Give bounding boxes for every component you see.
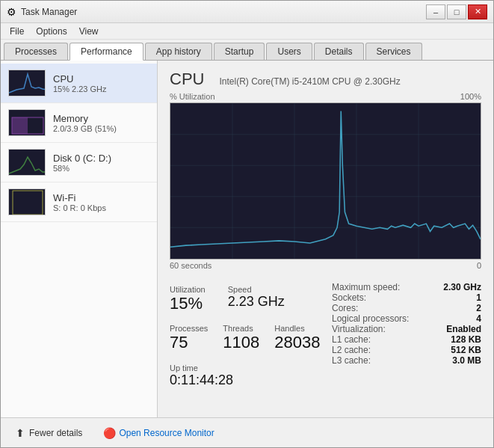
processes-value: 75 bbox=[170, 333, 208, 352]
tab-performance[interactable]: Performance bbox=[70, 43, 143, 61]
svg-rect-7 bbox=[170, 103, 481, 259]
main-panel: CPU Intel(R) Core(TM) i5-2410M CPU @ 2.3… bbox=[158, 61, 493, 417]
utilization-label: Utilization bbox=[170, 285, 206, 294]
tab-details[interactable]: Details bbox=[314, 43, 364, 60]
cpu-value: 15% 2.23 GHz bbox=[53, 85, 107, 93]
tab-startup[interactable]: Startup bbox=[214, 43, 265, 60]
menu-options[interactable]: Options bbox=[30, 25, 72, 38]
l1-value: 128 KB bbox=[451, 334, 481, 345]
task-manager-window: ⚙ Task Manager – □ ✕ File Options View P… bbox=[0, 0, 494, 448]
l1-row: L1 cache: 128 KB bbox=[332, 334, 481, 345]
cpu-header: CPU Intel(R) Core(TM) i5-2410M CPU @ 2.3… bbox=[170, 70, 481, 89]
virt-label: Virtualization: bbox=[332, 324, 386, 334]
max-speed-label: Maximum speed: bbox=[332, 282, 400, 292]
window-title: Task Manager bbox=[21, 7, 77, 17]
disk-value: 58% bbox=[53, 164, 111, 173]
stats-area: Utilization 15% Speed 2.23 GHz Processes… bbox=[170, 282, 481, 391]
sidebar-item-cpu[interactable]: CPU 15% 2.23 GHz bbox=[1, 64, 157, 103]
chart-labels-bottom: 60 seconds 0 bbox=[170, 261, 481, 270]
memory-info: Memory 2.0/3.9 GB (51%) bbox=[53, 113, 117, 133]
uptime-block: Up time 0:11:44:28 bbox=[170, 360, 324, 391]
wifi-value: S: 0 R: 0 Kbps bbox=[53, 203, 106, 212]
main-content: CPU 15% 2.23 GHz Memory 2.0/3.9 GB (51%) bbox=[1, 61, 493, 417]
uptime-label: Up time bbox=[170, 363, 324, 372]
wifi-label: Wi-Fi bbox=[53, 192, 106, 203]
handles-block: Handles 28038 bbox=[274, 321, 320, 355]
handles-value: 28038 bbox=[274, 333, 320, 352]
handles-label: Handles bbox=[274, 324, 320, 333]
wifi-info: Wi-Fi S: 0 R: 0 Kbps bbox=[53, 192, 106, 212]
disk-thumbnail bbox=[8, 149, 46, 176]
l1-label: L1 cache: bbox=[332, 334, 371, 345]
sockets-value: 1 bbox=[476, 292, 481, 303]
close-button[interactable]: ✕ bbox=[468, 4, 487, 19]
l2-label: L2 cache: bbox=[332, 345, 371, 355]
cpu-title: CPU bbox=[170, 70, 204, 89]
utilization-block: Utilization 15% bbox=[170, 282, 206, 316]
l3-row: L3 cache: 3.0 MB bbox=[332, 355, 481, 366]
speed-value: 2.23 GHz bbox=[228, 294, 285, 310]
footer: ⬆ Fewer details 🔴 Open Resource Monitor bbox=[1, 417, 493, 447]
uptime-value: 0:11:44:28 bbox=[170, 372, 324, 388]
processes-block: Processes 75 bbox=[170, 321, 208, 355]
fewer-details-button[interactable]: ⬆ Fewer details bbox=[10, 424, 88, 442]
processes-label: Processes bbox=[170, 324, 208, 333]
cores-row: Cores: 2 bbox=[332, 303, 481, 313]
cpu-chart bbox=[170, 102, 481, 260]
sockets-row: Sockets: 1 bbox=[332, 292, 481, 303]
menu-file[interactable]: File bbox=[4, 25, 30, 38]
chart-y-label: % Utilization bbox=[170, 92, 215, 101]
resource-monitor-label: Open Resource Monitor bbox=[119, 428, 214, 438]
speed-label: Speed bbox=[228, 285, 285, 294]
sockets-label: Sockets: bbox=[332, 292, 366, 303]
fewer-details-label: Fewer details bbox=[29, 428, 82, 438]
virt-value: Enabled bbox=[446, 324, 481, 334]
tab-processes[interactable]: Processes bbox=[4, 43, 68, 60]
maximize-button[interactable]: □ bbox=[447, 4, 466, 19]
tab-users[interactable]: Users bbox=[266, 43, 312, 60]
cores-value: 2 bbox=[476, 303, 481, 313]
sidebar-item-wifi[interactable]: Wi-Fi S: 0 R: 0 Kbps bbox=[1, 182, 157, 222]
cpu-thumbnail bbox=[8, 70, 46, 96]
virt-row: Virtualization: Enabled bbox=[332, 324, 481, 334]
logical-value: 4 bbox=[476, 313, 481, 324]
memory-label: Memory bbox=[53, 113, 117, 124]
chart-x-right: 0 bbox=[477, 261, 481, 270]
stats-right: Maximum speed: 2.30 GHz Sockets: 1 Cores… bbox=[332, 282, 481, 391]
l2-value: 512 KB bbox=[451, 345, 481, 355]
sidebar: CPU 15% 2.23 GHz Memory 2.0/3.9 GB (51%) bbox=[1, 61, 158, 417]
max-speed-value: 2.30 GHz bbox=[443, 282, 481, 292]
disk-info: Disk 0 (C: D:) 58% bbox=[53, 153, 111, 173]
app-icon: ⚙ bbox=[7, 6, 16, 18]
svg-rect-3 bbox=[12, 117, 28, 134]
memory-thumbnail bbox=[8, 109, 46, 136]
utilization-value: 15% bbox=[170, 294, 206, 313]
sidebar-item-disk[interactable]: Disk 0 (C: D:) 58% bbox=[1, 143, 157, 182]
logical-row: Logical processors: 4 bbox=[332, 313, 481, 324]
logical-label: Logical processors: bbox=[332, 313, 409, 324]
memory-value: 2.0/3.9 GB (51%) bbox=[53, 124, 117, 133]
l2-row: L2 cache: 512 KB bbox=[332, 345, 481, 355]
minimize-button[interactable]: – bbox=[426, 4, 445, 19]
tab-bar: Processes Performance App history Startu… bbox=[1, 40, 493, 61]
tab-services[interactable]: Services bbox=[365, 43, 422, 60]
stats-left: Utilization 15% Speed 2.23 GHz Processes… bbox=[170, 282, 324, 391]
chart-labels-top: % Utilization 100% bbox=[170, 92, 481, 101]
cpu-info: CPU 15% 2.23 GHz bbox=[53, 73, 107, 93]
threads-block: Threads 1108 bbox=[223, 321, 259, 355]
menu-view[interactable]: View bbox=[73, 25, 105, 38]
wifi-thumbnail bbox=[8, 188, 46, 215]
menu-bar: File Options View bbox=[1, 23, 493, 40]
l3-value: 3.0 MB bbox=[452, 355, 481, 366]
cores-label: Cores: bbox=[332, 303, 358, 313]
sidebar-item-memory[interactable]: Memory 2.0/3.9 GB (51%) bbox=[1, 103, 157, 143]
chart-x-left: 60 seconds bbox=[170, 261, 212, 270]
cpu-label: CPU bbox=[53, 73, 107, 85]
title-bar-left: ⚙ Task Manager bbox=[7, 6, 77, 18]
tab-app-history[interactable]: App history bbox=[145, 43, 212, 60]
window-controls: – □ ✕ bbox=[426, 4, 487, 19]
fewer-details-icon: ⬆ bbox=[16, 427, 25, 439]
open-resource-monitor-link[interactable]: 🔴 Open Resource Monitor bbox=[103, 427, 214, 439]
l3-label: L3 cache: bbox=[332, 355, 371, 366]
title-bar: ⚙ Task Manager – □ ✕ bbox=[1, 1, 493, 23]
